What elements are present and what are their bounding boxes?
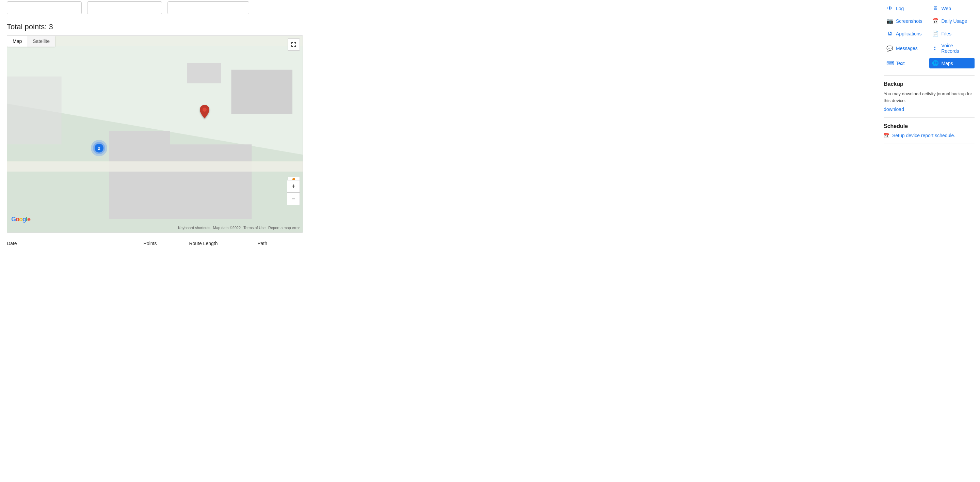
- daily-usage-icon: 📅: [932, 18, 939, 24]
- nav-messages-label: Messages: [896, 46, 918, 51]
- map-container: Map Satellite: [7, 35, 303, 233]
- schedule-setup-label: Setup device report schedule.: [892, 133, 955, 138]
- nav-item-files[interactable]: 📄 Files: [929, 28, 975, 39]
- map-background: [7, 36, 302, 233]
- nav-item-daily-usage[interactable]: 📅 Daily Usage: [929, 16, 975, 26]
- nav-item-maps[interactable]: 🌐 Maps: [929, 58, 975, 68]
- total-points-label: Total points: 3: [7, 22, 871, 31]
- voice-records-icon: 🎙: [932, 45, 939, 51]
- end-date-input[interactable]: 2022-05-30: [87, 2, 162, 14]
- schedule-setup-link[interactable]: 📅 Setup device report schedule.: [884, 133, 975, 138]
- table-header: Date Points Route Length Path: [7, 237, 303, 250]
- divider-2: [884, 118, 975, 118]
- map-data-label: Map data ©2022: [213, 226, 241, 230]
- svg-point-9: [202, 108, 207, 111]
- col-route-header: Route Length: [189, 241, 257, 246]
- nav-screenshots-label: Screenshots: [896, 18, 923, 24]
- google-logo: Google: [11, 216, 30, 223]
- nav-grid: 👁 Log 🖥 Web 📷 Screenshots 📅 Daily Usage …: [884, 3, 975, 68]
- calendar-icon: 📅: [884, 133, 889, 138]
- nav-log-label: Log: [896, 6, 904, 11]
- report-error-link[interactable]: Report a map error: [268, 226, 300, 230]
- svg-rect-4: [109, 144, 251, 219]
- fullscreen-button[interactable]: [288, 38, 300, 51]
- text-icon: ⌨: [886, 60, 893, 66]
- svg-rect-3: [187, 63, 221, 83]
- col-date-header: Date: [7, 241, 144, 246]
- start-date-input[interactable]: 2022-05-26: [7, 2, 82, 14]
- backup-section: Backup You may download activity journal…: [884, 81, 975, 112]
- col-points-header: Points: [144, 241, 189, 246]
- schedule-section: Schedule 📅 Setup device report schedule.: [884, 123, 975, 138]
- messages-icon: 💬: [886, 45, 893, 52]
- log-icon: 👁: [886, 5, 893, 11]
- nav-text-label: Text: [896, 60, 905, 66]
- zoom-in-button[interactable]: +: [287, 180, 299, 192]
- backup-description: You may download activity journal backup…: [884, 91, 975, 104]
- schedule-title: Schedule: [884, 123, 975, 129]
- nav-item-voice-records[interactable]: 🎙 Voice Records: [929, 41, 975, 56]
- map-location-pin: [200, 105, 209, 121]
- svg-rect-7: [7, 161, 302, 172]
- tab-satellite[interactable]: Satellite: [27, 36, 55, 47]
- backup-title: Backup: [884, 81, 975, 87]
- backup-download-link[interactable]: download: [884, 107, 904, 112]
- svg-rect-6: [7, 76, 62, 145]
- nav-applications-label: Applications: [896, 31, 922, 37]
- nav-files-label: Files: [942, 31, 952, 37]
- zoom-out-button[interactable]: −: [287, 192, 299, 205]
- nav-item-screenshots[interactable]: 📷 Screenshots: [884, 16, 929, 26]
- map-tabs: Map Satellite: [7, 36, 55, 47]
- nav-item-web[interactable]: 🖥 Web: [929, 3, 975, 14]
- sidebar: 👁 Log 🖥 Web 📷 Screenshots 📅 Daily Usage …: [878, 0, 980, 482]
- nav-item-text[interactable]: ⌨ Text: [884, 58, 929, 68]
- nav-item-log[interactable]: 👁 Log: [884, 3, 929, 14]
- map-cluster: 2: [91, 140, 107, 156]
- terms-link[interactable]: Terms of Use: [243, 226, 266, 230]
- nav-web-label: Web: [942, 6, 951, 11]
- svg-rect-2: [231, 70, 293, 114]
- web-icon: 🖥: [932, 5, 939, 11]
- nav-voice-records-label: Voice Records: [941, 43, 972, 54]
- nav-maps-label: Maps: [942, 60, 953, 66]
- divider-1: [884, 75, 975, 76]
- nav-daily-usage-label: Daily Usage: [942, 18, 967, 24]
- other-select[interactable]: -- Other --: [167, 2, 249, 14]
- map-footer: Keyboard shortcuts Map data ©2022 Terms …: [178, 226, 300, 230]
- keyboard-shortcuts-link[interactable]: Keyboard shortcuts: [178, 226, 210, 230]
- col-path-header: Path: [257, 241, 303, 246]
- screenshots-icon: 📷: [886, 18, 893, 24]
- applications-icon: 🖥: [886, 31, 893, 37]
- nav-item-applications[interactable]: 🖥 Applications: [884, 28, 929, 39]
- maps-icon: 🌐: [932, 60, 939, 66]
- svg-rect-5: [109, 131, 170, 151]
- tab-map[interactable]: Map: [7, 36, 27, 47]
- nav-item-messages[interactable]: 💬 Messages: [884, 41, 929, 56]
- fullscreen-icon: [291, 42, 296, 47]
- zoom-controls: + −: [287, 180, 300, 205]
- files-icon: 📄: [932, 30, 939, 37]
